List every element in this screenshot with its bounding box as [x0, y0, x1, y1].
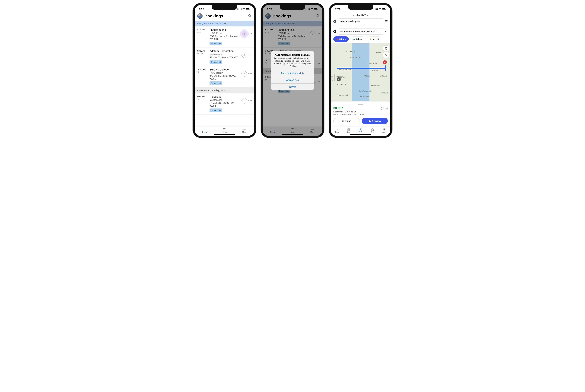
status-bar: 8:05 — [195, 5, 254, 12]
tab-bing[interactable]: ⓑ — [355, 128, 366, 133]
route-via: via I-5 N, WA-520 E · Toll on route — [333, 113, 388, 116]
back-icon[interactable]: ‹ — [333, 13, 334, 17]
route-traffic: Light traffic · 1 min delay — [333, 110, 388, 113]
tab-apps[interactable]: ⊞Apps — [379, 128, 390, 133]
alert-title: Automatically update status? — [274, 54, 311, 56]
tab-tabs[interactable]: ▢Tabs — [367, 128, 379, 133]
more-icon[interactable]: ••• — [248, 32, 252, 36]
search-icon[interactable] — [248, 14, 252, 18]
wifi-icon — [243, 8, 245, 10]
layers-button[interactable] — [383, 46, 389, 51]
section-tomorrow: Tomorrow • Thursday, Nov 16 — [195, 88, 254, 93]
mode-car[interactable]: 🚗30 min — [333, 36, 349, 42]
mode-walk[interactable]: 🚶4 hr 9 — [367, 36, 381, 42]
sheet-handle[interactable] — [358, 104, 363, 105]
alert-dialog: Automatically update status? Do you want… — [271, 51, 314, 90]
marker-b-icon: B — [333, 30, 336, 33]
preview-button[interactable]: ◉Preview — [362, 118, 388, 124]
status-time: 8:05 — [199, 7, 204, 10]
modal-overlay: Automatically update status? Do you want… — [263, 5, 322, 136]
bus-icon: 🚌 — [353, 38, 355, 40]
signal-icon — [374, 7, 378, 10]
booking-time: 8:30 AM — [196, 28, 208, 31]
mode-transit[interactable]: 🚌34 min — [350, 36, 365, 42]
to-input[interactable]: 2345 Birchwood Redmond, WA 98101 — [338, 28, 383, 34]
pin-b-icon: B — [383, 60, 387, 64]
news-icon: ▤ — [343, 128, 355, 131]
phone-directions: 8:05 ‹ DIRECTIONS A Seattle, Washington … — [329, 3, 392, 138]
swap-icon[interactable] — [385, 30, 388, 33]
booking-address: 2345 Birchwood Dr, Redmond, WA 98101 — [209, 35, 240, 40]
alert-option-never[interactable]: Never — [271, 84, 314, 90]
svg-point-0 — [244, 9, 244, 10]
route-distance: (13 mi) — [381, 107, 388, 110]
section-today: Today • Wednesday, Nov 15 — [195, 20, 254, 26]
bing-icon: ⓑ — [355, 128, 366, 133]
route-dots-icon — [335, 26, 388, 28]
steps-button[interactable]: ≡Steps — [333, 118, 360, 124]
more-icon[interactable]: ••• — [248, 54, 252, 57]
booking-name: Fabrikam, Inc. — [209, 28, 240, 32]
booking-service: HVAC Repair — [209, 32, 240, 34]
navigate-button[interactable] — [241, 30, 248, 37]
settings-icon[interactable] — [385, 20, 388, 23]
signal-icon — [237, 7, 242, 10]
phone-bookings: 8:05 Bookings Today • Wednesday, Nov 15 … — [193, 3, 256, 138]
tab-news[interactable]: ▤News — [343, 128, 355, 133]
booking-row[interactable]: 8:30 AM30m Fabrikam, Inc. HVAC Repair 23… — [195, 26, 254, 48]
more-icon[interactable]: ••• — [248, 99, 252, 102]
svg-point-9 — [386, 20, 386, 21]
marker-a-icon: A — [333, 20, 336, 23]
status-badge: Scheduled — [209, 42, 222, 45]
tab-library[interactable]: 𝍎Library — [214, 128, 234, 133]
booking-duration: 30m — [196, 31, 208, 34]
list-icon: ≡ — [342, 120, 344, 122]
navigate-button[interactable] — [241, 52, 248, 58]
traffic-button[interactable] — [383, 52, 389, 58]
transport-modes: 🚗30 min 🚌34 min 🚶4 hr 9 — [331, 36, 390, 44]
svg-point-6 — [380, 9, 380, 10]
tab-home[interactable]: ⌂Home — [195, 128, 214, 133]
tab-more[interactable]: •••More — [234, 128, 254, 133]
route-line — [337, 68, 386, 68]
svg-point-10 — [387, 22, 387, 22]
wifi-icon — [379, 8, 381, 10]
from-input[interactable]: Seattle, Washington — [338, 18, 383, 24]
battery-icon — [246, 8, 250, 10]
svg-line-2 — [250, 16, 251, 17]
phone-bookings-dialog: 8:05 Bookings Today • Wednesday, Nov 15 … — [261, 3, 324, 138]
battery-icon — [382, 8, 386, 10]
directions-header: ‹ DIRECTIONS — [331, 12, 390, 18]
route-time: 30 min — [333, 106, 343, 110]
more-tab-icon: ••• — [234, 128, 254, 131]
tab-home[interactable]: ⌂Home — [331, 128, 343, 133]
booking-row[interactable]: 9:30 AM2h 15m Adatum Corporation Mainten… — [195, 48, 254, 66]
home-indicator[interactable] — [350, 134, 371, 135]
eye-icon: ◉ — [369, 120, 371, 122]
map[interactable]: tle A B VIEW RIDGE Kirkland LAURELHURST … — [331, 44, 390, 104]
alert-option-auto[interactable]: Automatically update — [271, 70, 314, 77]
home-icon: ⌂ — [195, 128, 214, 131]
home-icon: ⌂ — [331, 128, 343, 131]
walk-icon: 🚶 — [369, 38, 372, 40]
apps-icon: ⊞ — [379, 128, 390, 131]
app-header: Bookings — [195, 12, 254, 20]
navigate-button[interactable] — [241, 98, 248, 104]
tabs-icon: ▢ — [367, 128, 379, 131]
alert-option-ask[interactable]: Always ask — [271, 77, 314, 84]
more-icon[interactable]: ••• — [248, 72, 252, 75]
svg-point-1 — [249, 14, 251, 16]
library-icon: 𝍎 — [214, 128, 234, 131]
avatar[interactable] — [197, 13, 203, 19]
page-title: Bookings — [204, 14, 246, 18]
route-sheet[interactable]: 30 min (13 mi) Light traffic · 1 min del… — [331, 101, 390, 126]
directions-inputs: A Seattle, Washington B 2345 Birchwood R… — [331, 18, 390, 36]
home-indicator[interactable] — [214, 134, 235, 135]
booking-row[interactable]: 8:00 AM2h Relecloud Maintenance 17 Maple… — [195, 93, 254, 114]
booking-row[interactable]: 12:00 PM2d Bellows College HVAC Repair 2… — [195, 66, 254, 88]
booking-list[interactable]: 8:30 AM30m Fabrikam, Inc. HVAC Repair 23… — [195, 26, 254, 126]
alert-message: Do you want to automatically update your… — [274, 57, 311, 68]
navigate-button[interactable] — [241, 70, 248, 77]
directions-title: DIRECTIONS — [353, 14, 368, 16]
car-icon: 🚗 — [336, 38, 338, 40]
